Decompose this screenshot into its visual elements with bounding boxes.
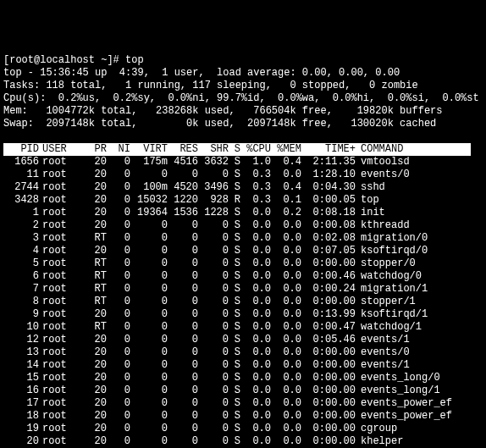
table-row: 3rootRT0000S0.00.00:02.08migration/0 — [3, 232, 452, 245]
top-summary-line1: top - 15:36:45 up 4:39, 1 user, load ave… — [3, 67, 400, 79]
table-row: 10rootRT0000S0.00.00:00.47watchdog/1 — [3, 321, 452, 334]
table-row: 3428root200150321220928R0.30.10:00.05top — [3, 194, 452, 207]
table-row: 15root200000S0.00.00:00.00events_long/0 — [3, 372, 452, 384]
table-row: 6rootRT0000S0.00.00:00.46watchdog/0 — [3, 270, 452, 283]
table-row: 5rootRT0000S0.00.00:00.00stopper/0 — [3, 257, 452, 270]
table-row: 11root200000S0.30.01:28.10events/0 — [3, 169, 452, 181]
table-row: 7rootRT0000S0.00.00:00.24migration/1 — [3, 283, 452, 296]
table-row: 13root200000S0.00.00:00.00events/0 — [3, 346, 452, 359]
table-row: 8rootRT0000S0.00.00:00.00stopper/1 — [3, 296, 452, 308]
table-row: 1root2001936415361228S0.00.20:08.18init — [3, 207, 452, 219]
table-row: 19root200000S0.00.00:00.00cgroup — [3, 423, 452, 435]
table-row: 2root200000S0.00.00:00.08kthreadd — [3, 219, 452, 232]
table-row: 4root200000S0.00.00:07.05ksoftirqd/0 — [3, 245, 452, 257]
table-row: 16root200000S0.00.00:00.00events_long/1 — [3, 384, 452, 397]
process-table: 1656root200175m45163632S1.00.42:11.35vmt… — [3, 156, 452, 448]
table-row: 20root200000S0.00.00:00.00khelper — [3, 435, 452, 448]
table-row: 9root200000S0.00.00:13.99ksoftirqd/1 — [3, 308, 452, 321]
terminal[interactable]: [root@localhost ~]# top top - 15:36:45 u… — [3, 54, 483, 448]
top-summary-line3: Cpu(s): 0.2%us, 0.2%sy, 0.0%ni, 99.7%id,… — [3, 92, 479, 104]
table-row: 14root200000S0.00.00:00.00events/1 — [3, 359, 452, 372]
process-table-header: PIDUSERPRNIVIRTRESSHRS%CPU%MEMTIME+COMMA… — [3, 143, 471, 156]
shell-prompt: [root@localhost ~]# — [3, 54, 125, 66]
top-summary-line4: Mem: 1004772k total, 238268k used, 76650… — [3, 105, 442, 117]
table-row: 18root200000S0.00.00:00.00events_power_e… — [3, 410, 452, 423]
table-row: 2744root200100m45203496S0.30.40:04.30ssh… — [3, 181, 452, 194]
table-row: 1656root200175m45163632S1.00.42:11.35vmt… — [3, 156, 452, 169]
table-row: 17root200000S0.00.00:00.00events_power_e… — [3, 397, 452, 410]
table-row: 12root200000S0.00.00:05.46events/1 — [3, 334, 452, 346]
top-summary-line2: Tasks: 118 total, 1 running, 117 sleepin… — [3, 80, 418, 91]
top-summary-line5: Swap: 2097148k total, 0k used, 2097148k … — [3, 118, 436, 130]
shell-command: top — [125, 54, 144, 66]
